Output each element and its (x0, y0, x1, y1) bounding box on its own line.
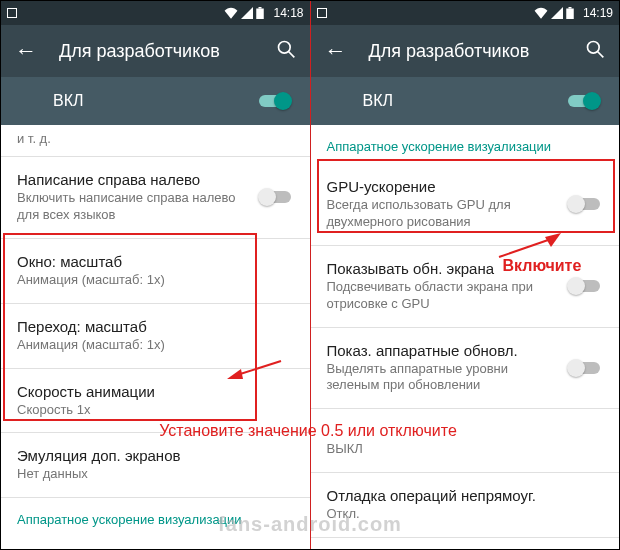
setting-subtitle: Скорость 1x (17, 402, 294, 419)
setting-title: Скорость анимации (17, 383, 294, 400)
status-icons: 14:19 (534, 6, 613, 20)
status-bar: 14:18 (1, 1, 310, 25)
app-bar: ← Для разработчиков (1, 25, 310, 77)
setting-subtitle: Выделять аппаратные уровни зеленым при о… (327, 361, 604, 395)
status-time: 14:18 (273, 6, 303, 20)
setting-rtl[interactable]: Написание справа налево Включить написан… (1, 157, 310, 239)
setting-window-scale[interactable]: Окно: масштаб Анимация (масштаб: 1x) (1, 239, 310, 304)
wifi-icon (534, 7, 548, 19)
master-toggle[interactable] (256, 91, 292, 111)
status-bar: 14:19 (311, 1, 620, 25)
phone-left: 14:18 ← Для разработчиков ВКЛ и т. д. На… (1, 1, 310, 549)
search-icon[interactable] (276, 39, 296, 64)
setting-subtitle: Подсвечивать области экрана при отрисовк… (327, 279, 604, 313)
app-indicator-icon (317, 8, 327, 18)
setting-title: Эмуляция доп. экранов (17, 447, 294, 464)
setting-subtitle: Включить написание справа налево для все… (17, 190, 294, 224)
svg-line-9 (598, 51, 604, 57)
master-toggle-bar[interactable]: ВКЛ (311, 77, 620, 125)
page-title: Для разработчиков (369, 41, 586, 62)
wifi-icon (224, 7, 238, 19)
setting-hw-updates[interactable]: Показ. аппаратные обновл. Выделять аппар… (311, 328, 620, 410)
app-bar: ← Для разработчиков (311, 25, 620, 77)
setting-title: Отладка операций непрямоуг. (327, 487, 604, 504)
battery-icon (566, 7, 574, 19)
svg-point-8 (588, 41, 600, 53)
signal-icon (241, 7, 253, 19)
master-toggle-bar[interactable]: ВКЛ (1, 77, 310, 125)
setting-subtitle: Нет данных (17, 466, 294, 483)
setting-subtitle: ВЫКЛ (327, 441, 604, 458)
setting-nonrect-clip[interactable]: Отладка операций непрямоуг. Откл. (311, 473, 620, 538)
app-indicator-icon (7, 8, 17, 18)
svg-rect-0 (257, 9, 265, 20)
svg-rect-6 (566, 9, 574, 20)
phone-right: 14:19 ← Для разработчиков ВКЛ Аппаратное… (311, 1, 620, 549)
setting-title: Показывать обн. экрана (327, 260, 604, 277)
master-toggle-label: ВКЛ (53, 92, 84, 110)
setting-overdraw[interactable]: ВЫКЛ (311, 409, 620, 473)
master-toggle[interactable] (565, 91, 601, 111)
battery-icon (256, 7, 264, 19)
setting-gpu-accel[interactable]: GPU-ускорение Всегда использовать GPU дл… (311, 164, 620, 246)
section-header-hw: Аппаратное ускорение визуализации (311, 125, 620, 164)
etc-text: и т. д. (1, 125, 310, 157)
setting-title: Написание справа налево (17, 171, 294, 188)
setting-title: Переход: масштаб (17, 318, 294, 335)
setting-emulate-screens[interactable]: Эмуляция доп. экранов Нет данных (1, 433, 310, 498)
page-title: Для разработчиков (59, 41, 276, 62)
setting-subtitle: Всегда использовать GPU для двухмерного … (327, 197, 604, 231)
svg-line-3 (288, 51, 294, 57)
svg-point-2 (278, 41, 290, 53)
setting-transition-scale[interactable]: Переход: масштаб Анимация (масштаб: 1x) (1, 304, 310, 369)
back-icon[interactable]: ← (15, 38, 37, 64)
master-toggle-label: ВКЛ (363, 92, 394, 110)
toggle-hw-updates[interactable] (567, 358, 603, 378)
setting-title: Окно: масштаб (17, 253, 294, 270)
search-icon[interactable] (585, 39, 605, 64)
back-icon[interactable]: ← (325, 38, 347, 64)
toggle-gpu[interactable] (567, 194, 603, 214)
toggle-rtl[interactable] (258, 187, 294, 207)
svg-rect-1 (259, 7, 262, 9)
setting-show-updates[interactable]: Показывать обн. экрана Подсвечивать обла… (311, 246, 620, 328)
svg-rect-7 (568, 7, 571, 9)
toggle-show-updates[interactable] (567, 276, 603, 296)
setting-title: Показ. аппаратные обновл. (327, 342, 604, 359)
section-header-hw: Аппаратное ускорение визуализации (1, 498, 310, 537)
setting-subtitle: Анимация (масштаб: 1x) (17, 272, 294, 289)
setting-animation-speed[interactable]: Скорость анимации Скорость 1x (1, 369, 310, 434)
setting-subtitle: Анимация (масштаб: 1x) (17, 337, 294, 354)
setting-subtitle: Откл. (327, 506, 604, 523)
signal-icon (551, 7, 563, 19)
setting-title: GPU-ускорение (327, 178, 604, 195)
status-icons: 14:18 (224, 6, 303, 20)
status-time: 14:19 (583, 6, 613, 20)
